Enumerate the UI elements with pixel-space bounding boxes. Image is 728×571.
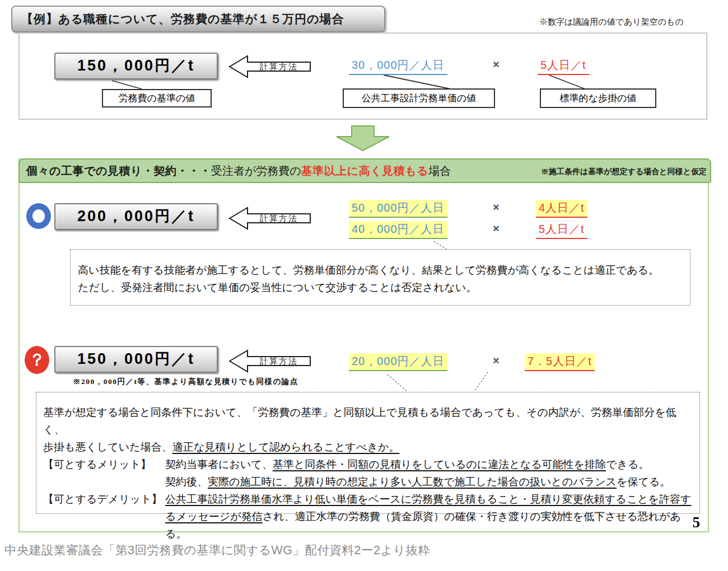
case2-demerit-line2: るメッセージが発信され、適正水準の労務費（賃金原資）の確保・行き渡りの実効性を低… <box>43 508 693 542</box>
source-caption: 中央建設業審議会「第3回労務費の基準に関するWG」配付資料2ー2より抜粋 <box>4 542 430 558</box>
section-title-bar: 個々の工事での見積り・契約・・・受注者が労務費の基準以上に高く見積もる場合 ※施… <box>18 158 711 183</box>
case2-merit-line2: 契約後、実際の施工時に、見積り時の想定より多い人工数で施工した場合の扱いとのバラ… <box>43 473 693 490</box>
crew-rate-label: 標準的な歩掛の値 <box>540 88 656 108</box>
multiply-sign: × <box>493 354 500 367</box>
example-title: 【例】ある職種について、労務費の基準が１５万円の場合 <box>21 12 344 25</box>
circle-question-icon: ？ <box>25 346 49 374</box>
section-title-highlight: 基準以上に高く見積もる <box>301 165 428 177</box>
calc-method-label: 計算方法 <box>248 54 310 79</box>
calc-method-arrow: 計算方法 <box>228 205 312 231</box>
contract-case-panel: 個々の工事での見積り・契約・・・受注者が労務費の基準以上に高く見積もる場合 ※施… <box>18 158 709 532</box>
section-condition-note: ※施工条件は基準が想定する場合と同様と仮定 <box>541 160 707 182</box>
slide-page: 【例】ある職種について、労務費の基準が１５万円の場合 ※数字は議論用の値であり架… <box>0 0 728 571</box>
page-number: 5 <box>693 514 701 531</box>
demerit-label: 【可とするデメリット】 <box>43 490 165 508</box>
calc-method-label: 計算方法 <box>248 348 310 374</box>
case2-crew: 7．5人日／t <box>525 353 595 371</box>
circle-ok-icon <box>26 203 51 229</box>
calc-method-arrow: 計算方法 <box>228 54 312 79</box>
case2-estimate-box: 150，000円／t <box>54 346 218 373</box>
case1-price-row2: 40，000円／人日 <box>349 221 447 239</box>
calc-method-label: 計算方法 <box>248 205 310 231</box>
merit-label: 【可とするメリット】 <box>43 456 165 473</box>
case2-comment-box: 基準が想定する場合と同条件下において、「労務費の基準」と同額以上で見積もる場合で… <box>36 392 700 514</box>
example-disclaimer-note: ※数字は議論用の値であり架空のもの <box>539 17 684 27</box>
example-title-bar: 【例】ある職種について、労務費の基準が１５万円の場合 <box>11 6 385 32</box>
case1-comment-line1: 高い技能を有する技能者が施工するとして、労務単価部分が高くなり、結果として労務費… <box>78 261 683 279</box>
case2-price: 20，000円／人日 <box>349 353 447 371</box>
example-panel: 150，000円／t 計算方法 30，000円／人日 × 5人日／t 労務費の基… <box>18 32 707 120</box>
case1-estimate-box: 200，000円／t <box>54 203 218 230</box>
section-title-mid: 受注者が労務費の <box>211 165 301 177</box>
case2-comment-line2: 歩掛も悪くしていた場合、適正な見積りとして認められることすべきか。 <box>43 438 693 456</box>
down-arrow-icon <box>336 125 390 153</box>
example-unit-price: 30，000円／人日 <box>349 57 447 75</box>
calc-method-arrow: 計算方法 <box>228 348 312 374</box>
case1-comment-line2: ただし、受発注者間において単価の妥当性について交渉することは否定されない。 <box>78 279 683 296</box>
multiply-sign: × <box>493 58 500 71</box>
case1-crew-row2: 5人日／t <box>536 221 587 239</box>
example-crew-rate: 5人日／t <box>538 57 589 75</box>
standard-value-box: 150，000円／t <box>54 53 218 79</box>
case1-crew-row1: 4人日／t <box>536 200 587 218</box>
multiply-sign: × <box>493 201 500 214</box>
case2-subnote: ※200，000円／t等、基準より高額な見積りでも同様の論点 <box>73 377 298 387</box>
case1-price-row1: 50，000円／人日 <box>349 200 447 218</box>
case2-demerit-line1: 【可とするデメリット】公共工事設計労務単価水準より低い単価をベースに労務費を見積… <box>43 490 693 508</box>
multiply-sign: × <box>493 222 500 235</box>
standard-value-label: 労務費の基準の値 <box>102 89 212 107</box>
case2-comment-line1: 基準が想定する場合と同条件下において、「労務費の基準」と同額以上で見積もる場合で… <box>43 404 693 438</box>
unit-price-label: 公共工事設計労務単価の値 <box>343 88 495 108</box>
section-title-tail: 場合 <box>428 165 451 177</box>
case1-comment-box: 高い技能を有する技能者が施工するとして、労務単価部分が高くなり、結果として労務費… <box>70 249 690 306</box>
case2-merit-line1: 【可とするメリット】契約当事者において、基準と同条件・同額の見積りをしているのに… <box>43 456 693 473</box>
section-title-lead: 個々の工事での見積り・契約・・・ <box>26 165 211 177</box>
